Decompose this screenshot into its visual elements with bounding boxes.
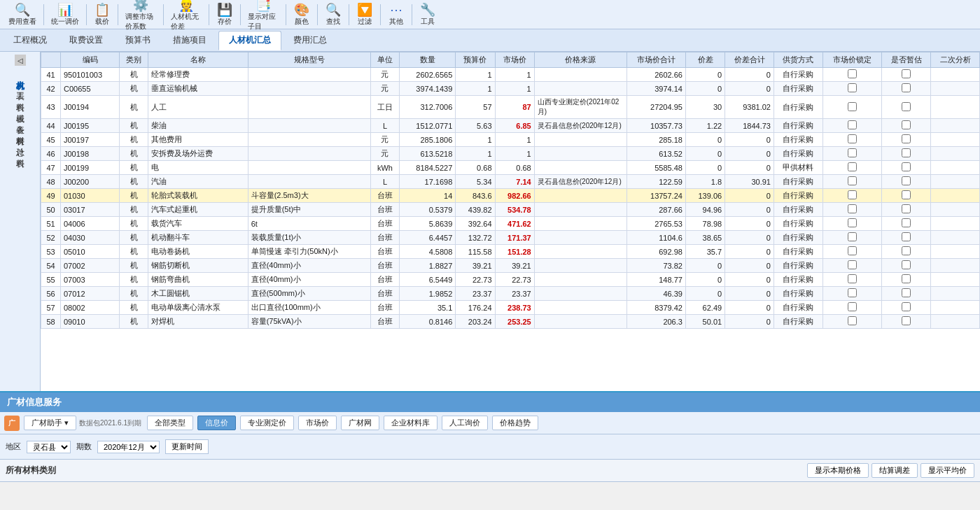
toolbar-item-zaijia[interactable]: 📋 载价 (88, 1, 116, 28)
locked-checkbox[interactable] (848, 260, 857, 269)
estimated-checkbox[interactable] (902, 274, 911, 283)
toolbar-item-gongju[interactable]: 🔧 工具 (414, 1, 442, 28)
locked-checkbox[interactable] (848, 83, 857, 92)
locked-checkbox[interactable] (848, 162, 857, 171)
estimated-checkbox[interactable] (902, 120, 911, 129)
tab-cuoshixiangmu[interactable]: 措施项目 (162, 31, 217, 50)
table-row[interactable]: 47J00199机电kWh8184.52270.680.685585.4800甲… (41, 161, 980, 175)
toolbar-sep-8 (317, 4, 318, 25)
table-row[interactable]: 42C00655机垂直运输机械元3974.1439113974.1400自行采购 (41, 82, 980, 96)
type-btn-市场价[interactable]: 市场价 (298, 416, 337, 430)
estimated-checkbox[interactable] (902, 246, 911, 255)
toolbar-item-tiaozhengsichang[interactable]: ⚙️ 调整市场价系数 (120, 0, 162, 33)
estimated-checkbox[interactable] (902, 69, 911, 78)
estimated-checkbox[interactable] (902, 218, 911, 227)
estimated-checkbox[interactable] (902, 204, 911, 213)
sidebar-item-liaobiao[interactable]: 料表 (11, 91, 29, 102)
type-btn-价格趋势[interactable]: 价格趋势 (492, 416, 538, 430)
locked-checkbox[interactable] (848, 316, 857, 325)
estimated-checkbox[interactable] (902, 162, 911, 171)
toolbar-item-tongyitiaojia[interactable]: 📊 统一调价 (46, 1, 85, 28)
table-row[interactable]: 4901030机轮胎式装载机斗容量(2.5m3)大台班14843.6982.66… (41, 189, 980, 203)
sidebar-item-gongbiao[interactable]: 工表 (11, 80, 29, 91)
table-row[interactable]: 5708002机电动单级离心清水泵出口直径(100mm)小台班35.1176.2… (41, 301, 980, 315)
type-btn-企业材料库[interactable]: 企业材料库 (384, 416, 438, 430)
estimated-checkbox[interactable] (902, 232, 911, 241)
toolbar-item-chaxun[interactable]: 🔍 查找 (319, 1, 347, 28)
locked-checkbox[interactable] (848, 274, 857, 283)
estimated-checkbox[interactable] (902, 288, 911, 297)
estimated-checkbox[interactable] (902, 83, 911, 92)
table-row[interactable]: 5809010机对焊机容量(75kVA)小台班0.8146203.24253.2… (41, 315, 980, 329)
sidebar-item-rencaiji[interactable]: 人材机 (11, 69, 29, 80)
estimated-checkbox[interactable] (902, 316, 911, 325)
estimated-checkbox[interactable] (902, 148, 911, 157)
cat-btn-显示本期价格[interactable]: 显示本期价格 (807, 463, 869, 478)
estimated-checkbox[interactable] (902, 260, 911, 269)
estimated-checkbox[interactable] (902, 134, 911, 143)
cat-btn-结算调差[interactable]: 结算调差 (872, 463, 918, 478)
locked-checkbox[interactable] (848, 190, 857, 199)
guolv-icon: 🔽 (357, 3, 372, 16)
table-row[interactable]: 5305010机电动卷扬机单筒慢速 牵引力(50kN)小台班4.5808115.… (41, 245, 980, 259)
cat-btn-显示平均价[interactable]: 显示平均价 (920, 463, 974, 478)
locked-checkbox[interactable] (848, 102, 857, 111)
tab-feiyonghuizong[interactable]: 费用汇总 (283, 31, 337, 50)
estimated-checkbox[interactable] (902, 302, 911, 311)
toolbar-item-cunjia[interactable]: 💾 存价 (211, 1, 239, 28)
tab-rencaijihuizong[interactable]: 人材机汇总 (218, 31, 281, 50)
type-btn-全部类型[interactable]: 全部类型 (147, 416, 193, 430)
tab-qufeishezhi[interactable]: 取费设置 (59, 31, 113, 50)
locked-checkbox[interactable] (848, 302, 857, 311)
locked-checkbox[interactable] (848, 246, 857, 255)
toolbar-item-yanse[interactable]: 🎨 颜色 (288, 1, 316, 28)
sidebar-item-beizhubiao[interactable]: 备表 (11, 113, 29, 125)
locked-checkbox[interactable] (848, 204, 857, 213)
locked-checkbox[interactable] (848, 148, 857, 157)
tab-yisuanshu[interactable]: 预算书 (115, 31, 161, 50)
region-select[interactable]: 灵石县 (27, 441, 71, 453)
toolbar-item-guolv[interactable]: 🔽 过滤 (351, 1, 379, 28)
sidebar-toggle[interactable]: ◁ (15, 55, 26, 66)
table-row[interactable]: 5407002机钢筋切断机直径(40mm)小台班1.882739.2139.21… (41, 259, 980, 273)
table-row[interactable]: 43J00194机人工工日312.70065787山西专业测定价(2021年02… (41, 96, 980, 119)
sidebar-item-liaobiao2[interactable]: 料表 (11, 147, 29, 158)
table-row[interactable]: 5204030机机动翻斗车装载质量(1t)小台班6.4457132.72171.… (41, 231, 980, 245)
locked-checkbox[interactable] (848, 218, 857, 227)
sidebar-item-xiebiao[interactable]: 械表 (11, 102, 29, 113)
locked-checkbox[interactable] (848, 288, 857, 297)
locked-checkbox[interactable] (848, 134, 857, 143)
type-btn-信息价[interactable]: 信息价 (197, 416, 236, 430)
toolbar-item-feiyong[interactable]: 🔍 费用查看 (3, 1, 42, 28)
locked-checkbox[interactable] (848, 176, 857, 185)
table-row[interactable]: 48J00200机汽油L17.16985.347.14灵石县信息价(2020年1… (41, 175, 980, 189)
assistant-btn[interactable]: 广材助手 ▾ (24, 416, 76, 430)
tab-gongchengkuang[interactable]: 工程概况 (3, 31, 57, 50)
locked-checkbox[interactable] (848, 120, 857, 129)
estimated-checkbox[interactable] (902, 190, 911, 199)
type-btn-专业测定价[interactable]: 专业测定价 (240, 416, 294, 430)
table-row[interactable]: 5507003机钢筋弯曲机直径(40mm)小台班6.544922.7322.73… (41, 273, 980, 287)
table-row[interactable]: 5003017机汽车式起重机提升质量(5t)中台班0.5379439.82534… (41, 203, 980, 217)
sidebar-item-jizong[interactable]: 计总 (11, 136, 29, 147)
table-row[interactable]: 46J00198机安拆费及场外运费元613.521811613.5200自行采购 (41, 147, 980, 161)
table-row[interactable]: 41950101003机经常修理费元2602.6565112602.6600自行… (41, 68, 980, 82)
toolbar-item-xianshi[interactable]: 📑 显示对应子目 (242, 0, 284, 33)
update-btn[interactable]: 更新时间 (165, 439, 209, 454)
toolbar-item-rencaiji[interactable]: 👷 人材机无价差 (165, 0, 207, 33)
estimated-checkbox[interactable] (902, 176, 911, 185)
type-btn-广材网[interactable]: 广材网 (341, 416, 379, 430)
sidebar-item-cailiaobiao[interactable]: 材料表 (11, 125, 29, 136)
table-row[interactable]: 44J00195机柴油L1512.07715.636.85灵石县信息价(2020… (41, 119, 980, 133)
toolbar-item-qita[interactable]: ⋯ 其他 (382, 1, 410, 28)
estimated-checkbox[interactable] (902, 102, 911, 111)
table-row[interactable]: 5607012机木工圆锯机直径(500mm)小台班1.985223.3723.3… (41, 287, 980, 301)
period-select[interactable]: 2020年12月 (97, 441, 160, 453)
locked-checkbox[interactable] (848, 69, 857, 78)
table-row[interactable]: 45J00197机其他费用元285.180611285.1800自行采购 (41, 133, 980, 147)
type-btn-人工询价[interactable]: 人工询价 (442, 416, 488, 430)
locked-checkbox[interactable] (848, 232, 857, 241)
toolbar-sep-7 (286, 4, 286, 25)
data-label: 数据包2021.6.1到期 (79, 418, 141, 428)
table-row[interactable]: 5104006机载货汽车6t台班5.8639392.64471.622765.5… (41, 217, 980, 231)
